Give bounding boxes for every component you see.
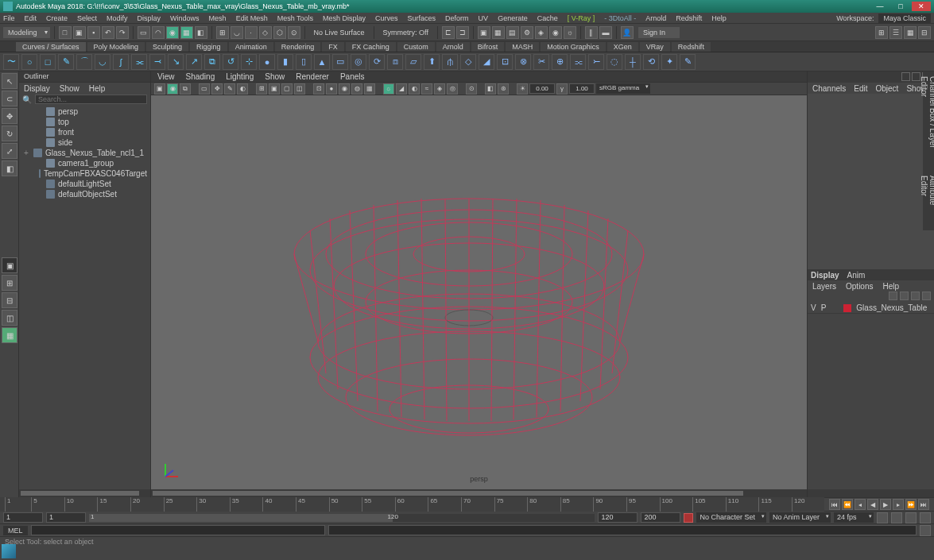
shelf-torus-icon[interactable]: ◎ [351, 54, 366, 70]
layer-row[interactable]: V P Glass_Nexus_Table [808, 303, 934, 314]
vp-exposure-icon[interactable]: ☀ [517, 83, 528, 95]
menu-vray[interactable]: [ V-Ray ] [568, 14, 595, 22]
go-end-icon[interactable]: ⏭ [918, 499, 929, 510]
vp-menu-renderer[interactable]: Renderer [296, 72, 329, 81]
shelf-circle-icon[interactable]: ○ [21, 54, 37, 70]
sound-icon[interactable] [905, 512, 917, 523]
script-editor-icon[interactable] [920, 525, 931, 536]
vp-select-cam-icon[interactable]: ▣ [154, 83, 165, 95]
tab-attr-editor[interactable]: Attribute Editor [920, 176, 934, 226]
ch-menu-object[interactable]: Object [876, 84, 899, 93]
shelf-boundary-icon[interactable]: ◇ [460, 54, 476, 70]
tab-anim[interactable]: Anim [847, 271, 866, 280]
go-start-icon[interactable]: ⏮ [829, 499, 840, 510]
key-fwd-icon[interactable]: ▸ [893, 499, 904, 510]
outliner-search-input[interactable] [35, 95, 147, 104]
menu-cache[interactable]: Cache [537, 14, 558, 22]
menu-surfaces[interactable]: Surfaces [408, 14, 436, 22]
command-input[interactable] [31, 525, 326, 535]
shelf-square-icon[interactable]: □ [40, 54, 56, 70]
shelf-plane-icon[interactable]: ▭ [332, 54, 348, 70]
shelf-cone-icon[interactable]: ▲ [314, 54, 330, 70]
command-lang-label[interactable]: MEL [3, 526, 28, 535]
snap-grid-icon[interactable]: ⊞ [216, 26, 229, 39]
shelf-tab-rig[interactable]: Rigging [190, 42, 227, 52]
set-key-icon[interactable] [684, 513, 693, 523]
viewport-scrollbar[interactable] [151, 489, 807, 497]
shelf-tab-arnold[interactable]: Arnold [436, 42, 470, 52]
menu-meshdisplay[interactable]: Mesh Display [323, 14, 366, 22]
layer-down-icon[interactable] [900, 292, 909, 300]
select-mode-icon[interactable]: ▭ [138, 26, 150, 39]
vp-ghost-icon[interactable]: ◐ [237, 83, 248, 95]
key-back-icon[interactable]: ◂ [855, 499, 866, 510]
menu-create[interactable]: Create [46, 14, 68, 22]
outliner-item[interactable]: top [19, 117, 150, 127]
menu-file[interactable]: File [3, 14, 15, 22]
menu-meshtools[interactable]: Mesh Tools [277, 14, 313, 22]
menu-uv[interactable]: UV [479, 14, 489, 22]
menu-generate[interactable]: Generate [498, 14, 528, 22]
lasso-tool-icon[interactable]: ⊂ [2, 91, 17, 106]
layer-playback[interactable]: P [821, 303, 827, 312]
vp-xray-joints-icon[interactable]: ⊛ [498, 83, 509, 95]
menu-help[interactable]: Help [711, 14, 727, 22]
shelf-untrim-icon[interactable]: ⊕ [552, 54, 568, 70]
menu-select[interactable]: Select [77, 14, 97, 22]
outliner-menu-help[interactable]: Help [89, 84, 106, 93]
vp-lights-icon[interactable]: ☼ [383, 83, 394, 95]
layer-vis[interactable]: V [811, 303, 816, 312]
menu-edit[interactable]: Edit [25, 14, 37, 22]
vp-textured-icon[interactable]: ▦ [364, 83, 375, 95]
shelf-insert-icon[interactable]: ↘ [168, 54, 184, 70]
vp-exposure-field[interactable]: 0.00 [529, 83, 555, 94]
menu-deform[interactable]: Deform [445, 14, 469, 22]
menu-set-dropdown[interactable]: Modeling [3, 27, 50, 38]
cg-out-icon[interactable]: ⊐ [456, 26, 469, 39]
shelf-tab-shelfredshift[interactable]: Redshift [672, 42, 711, 52]
shelf-tab-curves[interactable]: Curves / Surfaces [16, 42, 86, 52]
menu-arnold[interactable]: Arnold [645, 14, 666, 22]
toggle-icon[interactable]: ▬ [599, 26, 612, 39]
scale-tool-icon[interactable]: ⤢ [2, 143, 17, 159]
layout-two-h-icon[interactable]: ⊟ [2, 292, 17, 308]
shelf-tab-fxcache[interactable]: FX Caching [346, 42, 396, 52]
vp-gate-mask-icon[interactable]: ◫ [294, 83, 305, 95]
shelf-tab-mash[interactable]: MASH [506, 42, 539, 52]
shelf-trim-icon[interactable]: ✂ [533, 54, 549, 70]
outliner-item[interactable]: persp [19, 106, 150, 117]
shelf-cylinder-icon[interactable]: ▯ [296, 54, 312, 70]
shelf-intersect-icon[interactable]: ⊗ [515, 54, 531, 70]
step-fwd-icon[interactable]: ⏩ [905, 499, 917, 510]
shelf-tab-fx[interactable]: FX [322, 42, 344, 52]
time-ruler[interactable]: 1510152025303540455055606570758085909510… [0, 497, 824, 512]
menu-display[interactable]: Display [138, 14, 161, 22]
paint-select-icon[interactable]: ◉ [166, 26, 179, 39]
rp-toggle-1-icon[interactable] [901, 72, 910, 81]
pause-icon[interactable]: ∥ [585, 26, 598, 39]
vp-gamma-field[interactable]: 1.00 [569, 83, 595, 94]
vp-menu-lighting[interactable]: Lighting [226, 72, 254, 81]
range-end-field[interactable]: 200 [641, 512, 680, 523]
select-cam-icon[interactable]: ◧ [195, 26, 207, 39]
menu-mesh[interactable]: Mesh [209, 14, 227, 22]
undo-icon[interactable]: ↶ [102, 26, 114, 39]
layer-menu-help[interactable]: Help [882, 282, 899, 291]
shelf-bezier-icon[interactable]: ∫ [113, 54, 129, 70]
layout-single-icon[interactable]: ▣ [2, 257, 17, 273]
shelf-offset-icon[interactable]: ⧉ [204, 54, 220, 70]
shelf-tab-render[interactable]: Rendering [275, 42, 321, 52]
layer-up-icon[interactable] [889, 292, 897, 300]
sidebar-toggle-2-icon[interactable]: ☰ [889, 26, 902, 39]
layer-new-empty-icon[interactable] [911, 292, 920, 300]
play-back-icon[interactable]: ◀ [867, 499, 878, 510]
shelf-3pt-arc-icon[interactable]: ⌒ [76, 54, 92, 70]
select-highlight-icon[interactable]: ▦ [180, 26, 193, 39]
loop-icon[interactable] [891, 512, 902, 523]
snap-point-icon[interactable]: · [245, 26, 258, 39]
menu-editmesh[interactable]: Edit Mesh [236, 14, 268, 22]
layout-four-icon[interactable]: ⊞ [2, 275, 17, 291]
outliner-item[interactable]: +Glass_Nexus_Table_ncl1_1 [19, 148, 150, 158]
vp-isolate-icon[interactable]: ⊙ [466, 83, 477, 95]
vp-dof-icon[interactable]: ◎ [447, 83, 458, 95]
